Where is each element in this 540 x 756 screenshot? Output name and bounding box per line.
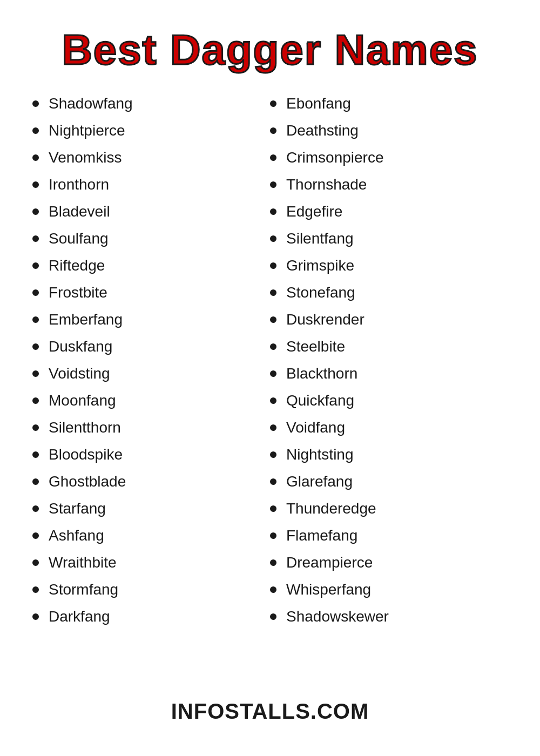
list-item: Riftedge bbox=[32, 257, 270, 274]
bullet-icon bbox=[32, 559, 39, 566]
name-label: Ashfang bbox=[49, 527, 104, 544]
bullet-icon bbox=[270, 100, 276, 107]
list-item: Crimsonpierce bbox=[270, 149, 508, 166]
bullet-icon bbox=[32, 181, 39, 188]
name-label: Ghostblade bbox=[49, 473, 126, 490]
list-item: Ebonfang bbox=[270, 95, 508, 112]
list-item: Stormfang bbox=[32, 581, 270, 598]
name-label: Starfang bbox=[49, 500, 106, 517]
right-column: EbonfangDeathstingCrimsonpierceThornshad… bbox=[270, 95, 508, 672]
name-label: Soulfang bbox=[49, 230, 109, 247]
bullet-icon bbox=[32, 154, 39, 161]
bullet-icon bbox=[270, 235, 276, 242]
list-item: Voidfang bbox=[270, 419, 508, 436]
bullet-icon bbox=[270, 559, 276, 566]
list-item: Thornshade bbox=[270, 176, 508, 193]
name-label: Venomkiss bbox=[49, 149, 122, 166]
list-item: Whisperfang bbox=[270, 581, 508, 598]
list-item: Frostbite bbox=[32, 284, 270, 301]
list-item: Duskrender bbox=[270, 311, 508, 328]
name-label: Voidsting bbox=[49, 365, 110, 382]
list-item: Stonefang bbox=[270, 284, 508, 301]
bullet-icon bbox=[32, 127, 39, 134]
footer: INFOSTALLS.COM bbox=[32, 688, 508, 734]
list-item: Duskfang bbox=[32, 338, 270, 355]
bullet-icon bbox=[270, 478, 276, 485]
bullet-icon bbox=[32, 262, 39, 269]
list-item: Edgefire bbox=[270, 203, 508, 220]
bullet-icon bbox=[270, 289, 276, 296]
bullet-icon bbox=[32, 397, 39, 404]
left-column: ShadowfangNightpierceVenomkissIronthornB… bbox=[32, 95, 270, 672]
list-item: Thunderedge bbox=[270, 500, 508, 517]
name-label: Nightpierce bbox=[49, 122, 125, 139]
list-item: Venomkiss bbox=[32, 149, 270, 166]
lists-container: ShadowfangNightpierceVenomkissIronthornB… bbox=[32, 95, 508, 672]
list-item: Glarefang bbox=[270, 473, 508, 490]
name-label: Silentthorn bbox=[49, 419, 121, 436]
name-label: Grimspike bbox=[286, 257, 354, 274]
list-item: Voidsting bbox=[32, 365, 270, 382]
name-label: Whisperfang bbox=[286, 581, 371, 598]
list-item: Starfang bbox=[32, 500, 270, 517]
bullet-icon bbox=[270, 613, 276, 620]
list-item: Ironthorn bbox=[32, 176, 270, 193]
name-label: Riftedge bbox=[49, 257, 105, 274]
list-item: Quickfang bbox=[270, 392, 508, 409]
name-label: Moonfang bbox=[49, 392, 116, 409]
bullet-icon bbox=[270, 316, 276, 323]
name-label: Blackthorn bbox=[286, 365, 357, 382]
list-item: Soulfang bbox=[32, 230, 270, 247]
bullet-icon bbox=[32, 316, 39, 323]
bullet-icon bbox=[270, 370, 276, 377]
bullet-icon bbox=[32, 613, 39, 620]
bullet-icon bbox=[270, 532, 276, 539]
list-item: Ghostblade bbox=[32, 473, 270, 490]
name-label: Darkfang bbox=[49, 608, 110, 625]
bullet-icon bbox=[32, 208, 39, 215]
bullet-icon bbox=[32, 532, 39, 539]
bullet-icon bbox=[270, 181, 276, 188]
list-item: Flamefang bbox=[270, 527, 508, 544]
bullet-icon bbox=[32, 586, 39, 593]
bullet-icon bbox=[32, 289, 39, 296]
bullet-icon bbox=[270, 397, 276, 404]
bullet-icon bbox=[32, 235, 39, 242]
bullet-icon bbox=[270, 424, 276, 431]
name-label: Dreampierce bbox=[286, 554, 373, 571]
bullet-icon bbox=[270, 127, 276, 134]
bullet-icon bbox=[32, 100, 39, 107]
bullet-icon bbox=[32, 505, 39, 512]
name-label: Flamefang bbox=[286, 527, 357, 544]
name-label: Thunderedge bbox=[286, 500, 376, 517]
bullet-icon bbox=[270, 154, 276, 161]
list-item: Moonfang bbox=[32, 392, 270, 409]
page-title: Best Dagger Names bbox=[62, 27, 478, 73]
page-container: Best Dagger Names ShadowfangNightpierceV… bbox=[0, 0, 540, 756]
name-label: Steelbite bbox=[286, 338, 345, 355]
list-item: Darkfang bbox=[32, 608, 270, 625]
name-label: Stonefang bbox=[286, 284, 355, 301]
name-label: Duskrender bbox=[286, 311, 364, 328]
name-label: Voidfang bbox=[286, 419, 345, 436]
bullet-icon bbox=[32, 370, 39, 377]
name-label: Stormfang bbox=[49, 581, 118, 598]
list-item: Dreampierce bbox=[270, 554, 508, 571]
bullet-icon bbox=[270, 262, 276, 269]
name-label: Ebonfang bbox=[286, 95, 351, 112]
list-item: Shadowskewer bbox=[270, 608, 508, 625]
name-label: Nightsting bbox=[286, 446, 354, 463]
name-label: Glarefang bbox=[286, 473, 353, 490]
name-label: Silentfang bbox=[286, 230, 354, 247]
list-item: Grimspike bbox=[270, 257, 508, 274]
name-label: Bladeveil bbox=[49, 203, 110, 220]
name-label: Duskfang bbox=[49, 338, 112, 355]
bullet-icon bbox=[32, 424, 39, 431]
footer-text: INFOSTALLS.COM bbox=[171, 699, 369, 723]
bullet-icon bbox=[270, 208, 276, 215]
list-item: Deathsting bbox=[270, 122, 508, 139]
name-label: Shadowskewer bbox=[286, 608, 389, 625]
bullet-icon bbox=[270, 505, 276, 512]
name-label: Crimsonpierce bbox=[286, 149, 384, 166]
list-item: Wraithbite bbox=[32, 554, 270, 571]
